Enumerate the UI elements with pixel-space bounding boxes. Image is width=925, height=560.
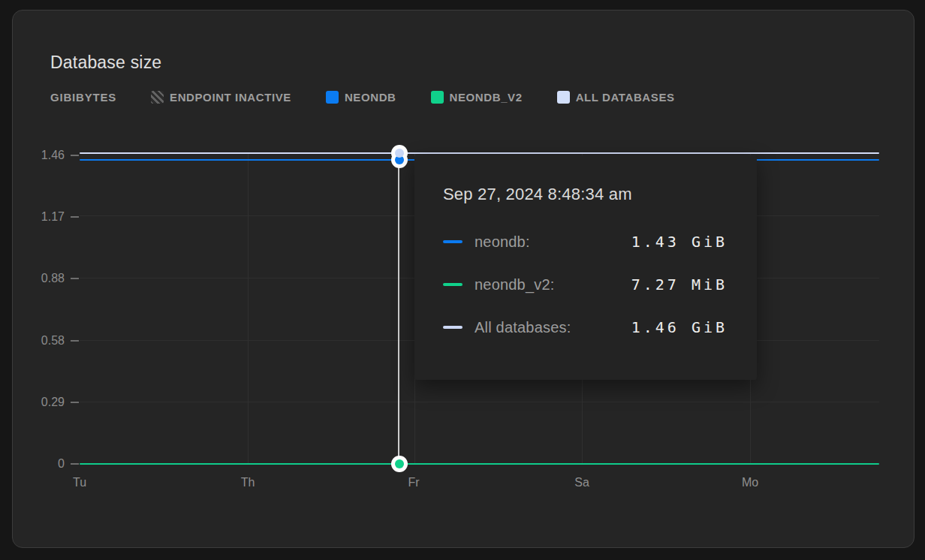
y-axis-tick-label: 0.88: [13, 271, 65, 286]
y-axis-tick-label: 0.58: [13, 333, 65, 348]
legend-item-label: NEONDB: [345, 91, 396, 104]
y-axis-tick: [71, 278, 79, 279]
tooltip-series-label: All databases:: [475, 319, 571, 336]
crosshair-line: [398, 152, 399, 465]
tooltip-row-all-databases: All databases: 1.46 GiB: [443, 314, 728, 341]
blue-swatch-icon: [326, 91, 339, 104]
tooltip-series-label: neondb:: [475, 233, 530, 251]
chart-legend: GIBIBYTES ENDPOINT INACTIVE NEONDB NEOND…: [50, 89, 675, 104]
tooltip-row-neondb: neondb: 1.43 GiB: [443, 228, 728, 255]
tooltip-timestamp: Sep 27, 2024 8:48:34 am: [443, 183, 728, 206]
legend-item-label: ENDPOINT INACTIVE: [170, 91, 291, 104]
series-dash-icon: [443, 240, 462, 243]
hover-marker-dot-neondb-v2: [395, 459, 404, 468]
x-axis-tick-label: Sa: [574, 476, 589, 489]
green-swatch-icon: [431, 91, 444, 104]
y-axis-tick-label: 1.17: [13, 209, 65, 224]
chart-title: Database size: [50, 51, 161, 74]
series-dash-icon: [443, 326, 462, 329]
tooltip-series-value: 7.27 MiB: [631, 275, 728, 294]
series-line-neondb-v2: [80, 463, 879, 465]
y-axis-tick: [71, 402, 79, 403]
x-axis-tick-label: Th: [241, 476, 255, 489]
unit-label: GIBIBYTES: [50, 91, 116, 104]
hover-marker-dot-all-databases: [395, 149, 404, 158]
y-axis-tick-label: 0.29: [13, 395, 65, 410]
y-axis-tick: [71, 340, 79, 342]
tooltip-series-label: neondb_v2:: [475, 276, 555, 294]
y-axis-tick: [71, 155, 79, 156]
x-axis-tick-label: Fr: [408, 476, 419, 489]
tooltip-series-value: 1.43 GiB: [631, 233, 728, 251]
legend-item-neondb[interactable]: NEONDB: [326, 91, 396, 104]
y-axis-tick-label: 1.46: [13, 148, 65, 163]
gridline: [80, 402, 879, 402]
legend-item-neondb-v2[interactable]: NEONDB_V2: [431, 91, 523, 104]
gridline: [248, 154, 249, 464]
y-axis-tick: [71, 463, 79, 465]
legend-item-label: ALL DATABASES: [576, 91, 675, 104]
y-axis-tick: [71, 216, 79, 218]
tooltip-row-neondb-v2: neondb_v2: 7.27 MiB: [443, 271, 728, 298]
tooltip-rows: neondb: 1.43 GiB neondb_v2: 7.27 MiB All…: [443, 228, 728, 341]
lavender-swatch-icon: [557, 91, 570, 104]
legend-item-all-databases[interactable]: ALL DATABASES: [557, 91, 675, 104]
legend-item-label: NEONDB_V2: [450, 91, 523, 104]
legend-item-endpoint-inactive[interactable]: ENDPOINT INACTIVE: [151, 91, 291, 104]
hatch-swatch-icon: [151, 91, 164, 104]
tooltip: Sep 27, 2024 8:48:34 am neondb: 1.43 GiB…: [414, 155, 757, 380]
x-axis-tick-label: Mo: [742, 476, 758, 489]
y-axis-tick-label: 0: [13, 456, 65, 471]
x-axis-tick-label: Tu: [73, 476, 86, 489]
database-size-card: Database size GIBIBYTES ENDPOINT INACTIV…: [12, 10, 914, 548]
series-dash-icon: [443, 283, 462, 286]
tooltip-series-value: 1.46 GiB: [631, 318, 728, 336]
series-line-all-databases: [80, 152, 879, 154]
